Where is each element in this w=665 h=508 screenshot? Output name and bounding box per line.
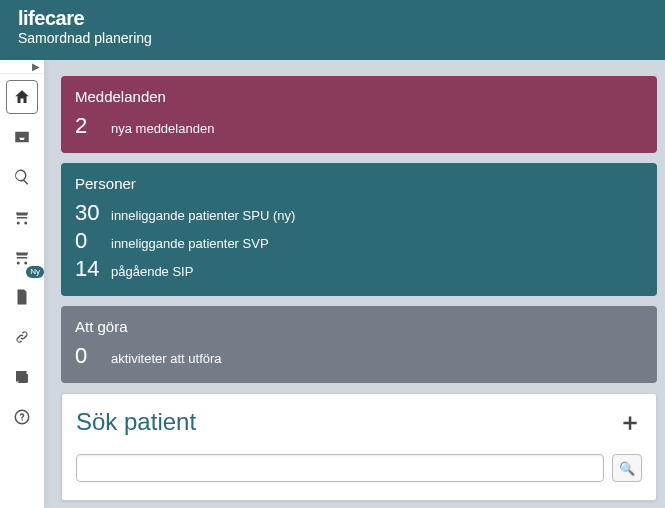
cart-new-icon [13, 248, 31, 266]
nav-document[interactable] [6, 280, 38, 314]
cart-icon [13, 208, 31, 226]
chevron-right-icon: ▶ [32, 61, 40, 72]
magnifier-icon: 🔍 [619, 461, 635, 476]
nav-inbox[interactable] [6, 120, 38, 154]
card-meddelanden[interactable]: Meddelanden 2 nya meddelanden [61, 76, 657, 153]
stat-label: inneliggande patienter SPU (ny) [111, 208, 295, 223]
stat-row: 0 aktiviteter att utföra [75, 343, 643, 369]
stat-row: 2 nya meddelanden [75, 113, 643, 139]
nav-link[interactable] [6, 320, 38, 354]
news-icon [13, 368, 31, 386]
app-header: lifecare Samordnad planering [0, 0, 665, 60]
brand-subtitle: Samordnad planering [18, 30, 647, 46]
nav-cart[interactable] [6, 200, 38, 234]
stat-label: inneliggande patienter SVP [111, 236, 269, 251]
card-title: Meddelanden [75, 88, 643, 105]
stat-count: 2 [75, 113, 101, 139]
nav-cart-new[interactable]: Ny [6, 240, 38, 274]
search-row: 🔍 [76, 454, 642, 482]
search-header: Sök patient ＋ [76, 408, 642, 436]
patient-search-button[interactable]: 🔍 [612, 454, 642, 482]
stat-count: 30 [75, 200, 101, 226]
stat-count: 0 [75, 228, 101, 254]
card-title: Att göra [75, 318, 643, 335]
plus-icon: ＋ [618, 408, 642, 435]
stat-count: 14 [75, 256, 101, 282]
stat-label: pågående SIP [111, 264, 193, 279]
card-title: Personer [75, 175, 643, 192]
nav-help[interactable] [6, 400, 38, 434]
nav-home[interactable] [6, 80, 38, 114]
badge-ny: Ny [26, 266, 44, 278]
patient-search-input[interactable] [76, 454, 604, 482]
link-icon [13, 328, 31, 346]
sidebar: ▶ Ny [0, 60, 45, 508]
document-icon [13, 288, 31, 306]
search-title: Sök patient [76, 408, 196, 436]
add-patient-button[interactable]: ＋ [618, 410, 642, 434]
stat-row: 0 inneliggande patienter SVP [75, 228, 643, 254]
home-icon [13, 88, 31, 106]
search-icon [13, 168, 31, 186]
help-icon [13, 408, 31, 426]
brand-logo: lifecare [18, 8, 647, 28]
inbox-icon [13, 128, 31, 146]
search-panel: Sök patient ＋ 🔍 [61, 393, 657, 501]
stat-label: aktiviteter att utföra [111, 351, 222, 366]
stat-label: nya meddelanden [111, 121, 214, 136]
sidebar-expand-toggle[interactable]: ▶ [0, 60, 44, 74]
nav-news[interactable] [6, 360, 38, 394]
stat-row: 14 pågående SIP [75, 256, 643, 282]
stat-row: 30 inneliggande patienter SPU (ny) [75, 200, 643, 226]
card-personer[interactable]: Personer 30 inneliggande patienter SPU (… [61, 163, 657, 296]
card-attgora[interactable]: Att göra 0 aktiviteter att utföra [61, 306, 657, 383]
nav-search[interactable] [6, 160, 38, 194]
main-content: Meddelanden 2 nya meddelanden Personer 3… [45, 60, 665, 508]
stat-count: 0 [75, 343, 101, 369]
